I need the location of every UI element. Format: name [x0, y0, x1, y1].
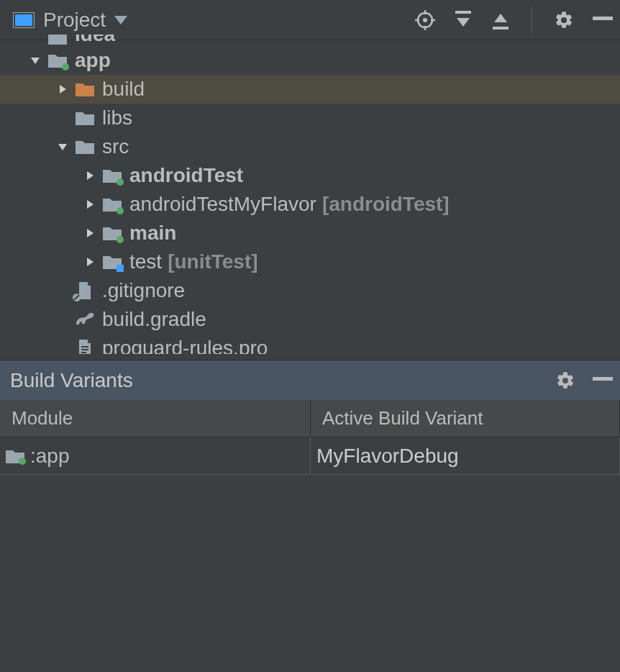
- toolbar-separator: [532, 7, 532, 33]
- tree-row-gitignore[interactable]: .gitignore: [0, 276, 620, 305]
- collapse-all-icon[interactable]: [491, 11, 510, 29]
- hide-icon[interactable]: [593, 377, 613, 384]
- chevron-right-icon[interactable]: [55, 81, 70, 97]
- tree-row-build[interactable]: build: [0, 75, 620, 104]
- svg-rect-25: [117, 265, 124, 272]
- view-selector-label: Project: [43, 9, 106, 32]
- build-variants-empty-area: [0, 475, 620, 672]
- chevron-right-icon[interactable]: [82, 254, 98, 270]
- tree-item-label: Idea: [75, 35, 115, 46]
- build-variants-title: Build Variants: [10, 369, 133, 392]
- svg-point-23: [117, 236, 124, 243]
- chevron-right-icon[interactable]: [82, 225, 98, 241]
- file-icon: [75, 340, 95, 354]
- build-variants-header: Module Active Build Variant: [0, 400, 620, 437]
- svg-marker-2: [114, 16, 127, 24]
- tree-row-test[interactable]: test [unitTest]: [0, 248, 620, 276]
- tree-item-label: libs: [102, 106, 132, 130]
- tree-row-androidtest[interactable]: androidTest: [0, 161, 620, 190]
- chevron-right-icon[interactable]: [82, 168, 98, 183]
- chevron-down-icon[interactable]: [27, 53, 43, 68]
- tree-item-label: .gitignore: [102, 279, 185, 302]
- tree-item-label: androidTest: [129, 164, 243, 187]
- svg-marker-11: [494, 14, 507, 22]
- chevron-right-icon[interactable]: [82, 196, 98, 212]
- project-tree[interactable]: Idea app build libs src: [0, 35, 620, 354]
- test-folder-icon: [102, 196, 122, 213]
- chevron-down-icon: [114, 16, 127, 24]
- gradle-icon: [75, 311, 95, 328]
- svg-rect-32: [81, 352, 86, 353]
- chevron-down-icon[interactable]: [55, 139, 70, 155]
- variant-cell[interactable]: MyFlavorDebug: [311, 437, 620, 474]
- svg-marker-24: [87, 258, 94, 266]
- module-cell[interactable]: :app: [0, 437, 311, 474]
- column-header-module[interactable]: Module: [0, 400, 311, 437]
- svg-marker-10: [457, 18, 470, 27]
- svg-marker-20: [87, 200, 94, 209]
- svg-marker-17: [58, 144, 67, 150]
- hide-icon[interactable]: [593, 17, 613, 24]
- svg-point-15: [62, 63, 69, 71]
- tree-item-label: test: [129, 250, 162, 273]
- tree-row-src[interactable]: src: [0, 132, 620, 161]
- project-view-icon: [13, 12, 35, 28]
- variant-name: MyFlavorDebug: [316, 445, 459, 468]
- svg-marker-22: [87, 229, 94, 237]
- gear-icon[interactable]: [555, 371, 575, 391]
- tree-item-label: src: [102, 135, 129, 158]
- gear-icon[interactable]: [554, 10, 574, 30]
- svg-point-19: [117, 178, 124, 186]
- tree-row-main[interactable]: main: [0, 219, 620, 248]
- svg-rect-12: [493, 27, 509, 29]
- view-selector[interactable]: Project: [13, 9, 127, 32]
- svg-point-34: [19, 458, 26, 465]
- file-icon: [75, 282, 95, 299]
- folder-icon: [75, 138, 95, 155]
- svg-rect-13: [593, 17, 613, 20]
- build-variants-toolbar: Build Variants: [0, 360, 620, 400]
- module-folder-icon: [47, 52, 68, 69]
- tree-item-label: build: [102, 78, 145, 101]
- tree-item-label: main: [129, 222, 176, 245]
- svg-rect-9: [455, 11, 471, 14]
- tree-row-proguard[interactable]: proguard-rules.pro: [0, 334, 620, 354]
- expand-all-icon[interactable]: [454, 11, 473, 29]
- tree-item-label: proguard-rules.pro: [102, 337, 268, 354]
- tree-item-suffix: [androidTest]: [322, 193, 450, 216]
- tree-item-label: build.gradle: [102, 308, 206, 331]
- build-variants-row[interactable]: :app MyFlavorDebug: [0, 437, 620, 475]
- module-folder-icon: [6, 449, 24, 463]
- folder-icon: [75, 109, 95, 127]
- source-folder-icon: [102, 224, 122, 242]
- svg-marker-29: [88, 340, 91, 343]
- tree-row-libs[interactable]: libs: [0, 104, 620, 132]
- svg-marker-26: [88, 282, 91, 286]
- svg-rect-1: [15, 14, 32, 26]
- svg-marker-16: [60, 85, 66, 94]
- tree-row[interactable]: Idea: [0, 35, 620, 46]
- svg-rect-31: [81, 349, 88, 350]
- svg-marker-18: [87, 171, 94, 180]
- test-folder-icon: [102, 253, 122, 271]
- svg-point-21: [117, 207, 124, 214]
- test-folder-icon: [102, 167, 122, 184]
- tree-row-androidtestflavor[interactable]: androidTestMyFlavor [androidTest]: [0, 190, 620, 219]
- svg-marker-14: [31, 58, 40, 64]
- folder-icon: [47, 35, 68, 46]
- svg-rect-33: [593, 377, 613, 381]
- target-icon[interactable]: [415, 10, 435, 30]
- tree-item-suffix: [unitTest]: [168, 250, 257, 273]
- tree-item-label: androidTestMyFlavor: [129, 193, 316, 216]
- svg-point-4: [423, 18, 427, 22]
- svg-rect-30: [81, 346, 88, 348]
- tree-item-label: app: [75, 49, 111, 72]
- column-header-variant[interactable]: Active Build Variant: [311, 400, 620, 437]
- tree-row-buildgradle[interactable]: build.gradle: [0, 305, 620, 334]
- tree-row-app[interactable]: app: [0, 46, 620, 75]
- excluded-folder-icon: [75, 81, 95, 98]
- module-name: :app: [30, 445, 70, 468]
